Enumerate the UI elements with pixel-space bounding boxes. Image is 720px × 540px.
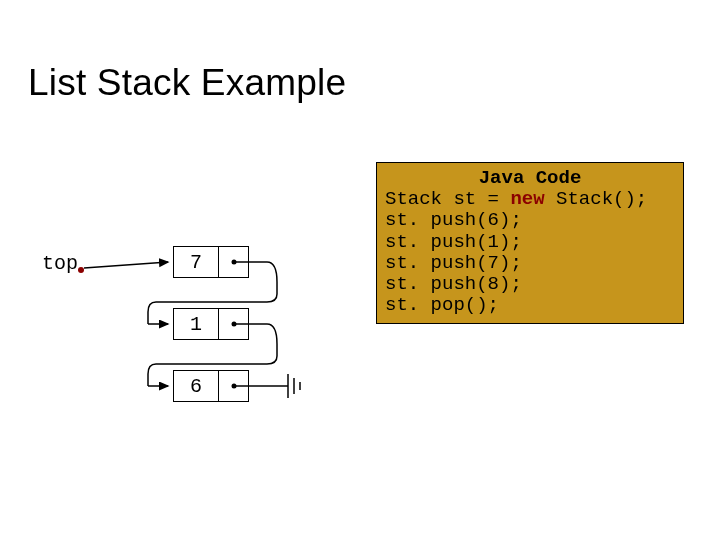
code-box-title: Java Code: [385, 167, 675, 189]
stack-node-1-pointer: [219, 308, 249, 340]
stack-node-2-pointer: [219, 370, 249, 402]
code-box: Java Code Stack st = new Stack(); st. pu…: [376, 162, 684, 324]
stack-node-1: 1: [173, 308, 249, 340]
code-line-5: st. pop();: [385, 295, 675, 316]
stack-node-2: 6: [173, 370, 249, 402]
slide-title: List Stack Example: [28, 62, 346, 104]
code-line-2: st. push(1);: [385, 232, 675, 253]
code-line-3: st. push(7);: [385, 253, 675, 274]
code-line-1: st. push(6);: [385, 210, 675, 231]
svg-line-0: [84, 262, 168, 268]
stack-node-0-value: 7: [173, 246, 219, 278]
stack-node-2-value: 6: [173, 370, 219, 402]
top-pointer-label: top: [42, 252, 78, 275]
top-pointer-dot: [78, 267, 84, 273]
code-line-4: st. push(8);: [385, 274, 675, 295]
stack-node-0: 7: [173, 246, 249, 278]
stack-node-1-value: 1: [173, 308, 219, 340]
code-line-0: Stack st = new Stack();: [385, 189, 675, 210]
stack-node-0-pointer: [219, 246, 249, 278]
